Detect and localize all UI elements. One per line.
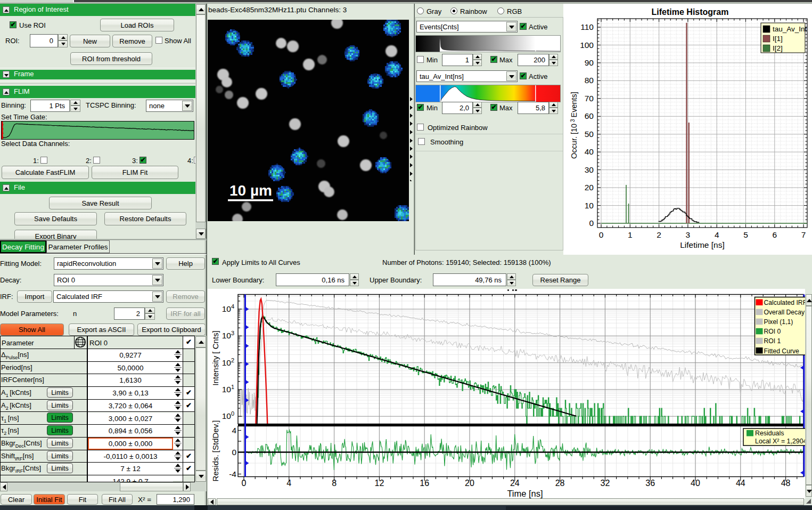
svg-text:0: 0 — [232, 448, 236, 457]
svg-text:Lifetime Histogram: Lifetime Histogram — [652, 7, 729, 17]
svg-text:100: 100 — [580, 41, 594, 50]
svg-text:I[2]: I[2] — [773, 44, 783, 52]
svg-text:1: 1 — [628, 230, 633, 239]
svg-text:ROI 0: ROI 0 — [764, 328, 781, 335]
svg-text:10: 10 — [585, 201, 594, 210]
svg-text:32: 32 — [601, 479, 610, 488]
svg-text:Lifetime [ns]: Lifetime [ns] — [680, 240, 725, 249]
svg-text:40: 40 — [691, 479, 700, 488]
svg-text:6: 6 — [772, 230, 777, 239]
svg-text:20: 20 — [585, 183, 594, 192]
svg-text:4: 4 — [232, 426, 236, 435]
svg-text:5: 5 — [743, 230, 748, 239]
svg-text:30: 30 — [585, 165, 594, 174]
svg-text:Overall Decay: Overall Decay — [764, 309, 805, 316]
svg-text:3: 3 — [686, 230, 691, 239]
svg-text:70: 70 — [585, 94, 594, 103]
svg-text:0: 0 — [589, 218, 594, 228]
svg-text:4: 4 — [715, 230, 719, 239]
svg-text:0: 0 — [242, 479, 247, 488]
svg-text:Calculated IRF: Calculated IRF — [764, 299, 806, 306]
svg-text:101: 101 — [222, 384, 234, 394]
svg-text:36: 36 — [645, 479, 655, 488]
svg-text:102: 102 — [222, 357, 234, 367]
svg-text:Resids. [StdDev.]: Resids. [StdDev.] — [211, 420, 220, 482]
svg-text:Intensity [ Cnts]: Intensity [ Cnts] — [211, 330, 220, 385]
svg-text:48: 48 — [781, 479, 791, 488]
svg-text:-4: -4 — [229, 469, 236, 479]
svg-text:8: 8 — [332, 479, 337, 488]
svg-text:24: 24 — [510, 479, 520, 488]
svg-text:103: 103 — [222, 330, 234, 340]
svg-text:Residuals: Residuals — [755, 430, 784, 437]
svg-text:50: 50 — [585, 129, 594, 139]
svg-text:40: 40 — [585, 147, 594, 156]
svg-text:12: 12 — [375, 479, 384, 488]
svg-text:0: 0 — [599, 230, 604, 239]
svg-text:Fitted Curve: Fitted Curve — [764, 347, 800, 355]
svg-text:4: 4 — [286, 479, 291, 488]
svg-text:20: 20 — [465, 479, 474, 488]
svg-text:tau_Av_Int: tau_Av_Int — [773, 25, 807, 33]
svg-text:Local X² = 1,2904: Local X² = 1,2904 — [755, 438, 805, 445]
svg-text:Occur. [10 3 Events]: Occur. [10 3 Events] — [570, 92, 578, 159]
svg-text:90: 90 — [585, 58, 594, 67]
svg-text:28: 28 — [555, 479, 565, 488]
svg-text:Pixel (1,1): Pixel (1,1) — [764, 318, 793, 326]
svg-text:60: 60 — [585, 111, 594, 120]
svg-text:104: 104 — [222, 303, 234, 313]
svg-text:Time [ns]: Time [ns] — [507, 489, 543, 498]
svg-text:I[1]: I[1] — [773, 35, 783, 43]
svg-text:16: 16 — [420, 479, 429, 488]
svg-text:100: 100 — [222, 410, 234, 420]
svg-text:44: 44 — [736, 479, 745, 488]
svg-text:110: 110 — [580, 22, 594, 31]
svg-text:7: 7 — [801, 230, 806, 239]
svg-text:ROI 1: ROI 1 — [764, 337, 781, 345]
svg-text:80: 80 — [585, 76, 594, 85]
svg-text:10 µm: 10 µm — [229, 182, 272, 199]
svg-text:2: 2 — [657, 230, 661, 239]
